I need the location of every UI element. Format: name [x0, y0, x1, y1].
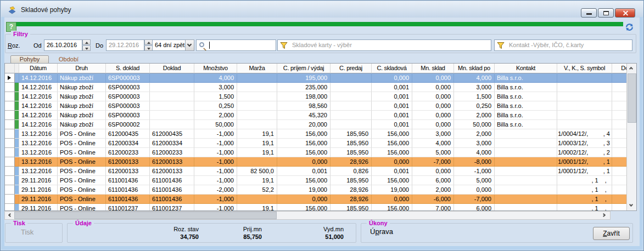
table-row[interactable]: 13.12.2016POS - Online612000435612000435… — [5, 129, 637, 139]
table-cell[interactable] — [150, 73, 194, 83]
table-cell[interactable]: 6,000 — [454, 204, 495, 211]
row-selector-cell[interactable] — [5, 129, 15, 139]
table-cell[interactable]: POS - Online — [58, 204, 106, 211]
table-cell[interactable]: 612000133 — [150, 157, 194, 167]
row-selector-cell[interactable] — [5, 83, 15, 92]
table-cell[interactable]: 1/0003/12/, , 3 — [557, 139, 612, 148]
table-cell[interactable]: Nákup zboží — [58, 101, 106, 111]
date-to-spinner[interactable] — [144, 39, 153, 51]
table-cell[interactable]: 28,926 — [331, 195, 372, 204]
scroll-right-button[interactable] — [601, 212, 610, 219]
table-cell[interactable]: 3,000 — [454, 83, 495, 92]
table-cell[interactable]: 6SP000003 — [106, 101, 150, 111]
table-cell[interactable]: 3,000 — [412, 129, 454, 139]
table-cell[interactable]: , 1 , — [557, 185, 612, 195]
table-cell[interactable]: 5,000 — [454, 176, 495, 185]
column-header[interactable]: Mn. sklad — [412, 64, 454, 73]
table-cell[interactable]: 195,000 — [277, 73, 331, 83]
table-cell[interactable]: POS - Online — [58, 148, 106, 157]
table-cell[interactable]: POS - Online — [58, 139, 106, 148]
table-cell[interactable]: 611001436 — [106, 195, 150, 204]
kontakt-filter-input[interactable]: Kontakt -Výběr, IČO, č.karty — [494, 39, 632, 51]
spin-up-icon[interactable] — [144, 39, 153, 45]
column-header[interactable]: Kontakt — [495, 64, 557, 73]
table-row[interactable]: 29.11.2016POS - Online611001436611001436… — [5, 176, 637, 185]
table-cell[interactable]: POS - Online — [58, 195, 106, 204]
table-cell[interactable]: , 1 , — [557, 195, 612, 204]
table-cell[interactable]: 0,000 — [454, 185, 495, 195]
roz-link[interactable]: Roz. — [8, 42, 20, 49]
table-cell[interactable] — [557, 111, 612, 120]
table-cell[interactable]: -1,000 — [194, 167, 237, 176]
table-cell[interactable]: 1,500 — [194, 92, 237, 101]
table-row[interactable]: 14.12.2016Nákup zboží6SP0000031,500198,0… — [5, 92, 637, 101]
table-cell[interactable] — [237, 92, 277, 101]
table-cell[interactable] — [495, 129, 557, 139]
date-from-spinner[interactable] — [82, 39, 91, 51]
table-cell[interactable] — [495, 139, 557, 148]
row-selector-cell[interactable] — [5, 167, 15, 176]
table-cell[interactable] — [557, 73, 612, 83]
table-cell[interactable]: 19,000 — [372, 185, 412, 195]
horizontal-scrollbar[interactable] — [4, 211, 611, 220]
column-header[interactable]: S. doklad — [106, 64, 150, 73]
row-selector-cell[interactable] — [5, 204, 15, 211]
table-cell[interactable]: 6SP000003 — [106, 73, 150, 83]
table-cell[interactable] — [150, 83, 194, 92]
table-cell[interactable]: 612000334 — [150, 139, 194, 148]
scroll-left-button[interactable] — [5, 212, 14, 219]
table-cell[interactable]: 612000435 — [106, 129, 150, 139]
table-cell[interactable]: 185,950 — [331, 204, 372, 211]
range-select[interactable]: 64 dní zpět — [152, 39, 186, 51]
minimize-button[interactable] — [581, 8, 597, 18]
table-cell[interactable]: 612000133 — [150, 167, 194, 176]
table-cell[interactable]: 13.12.2016 — [19, 148, 58, 157]
table-cell[interactable]: 0,000 — [277, 157, 331, 167]
row-selector-cell[interactable] — [5, 195, 15, 204]
table-cell[interactable]: 235,000 — [277, 83, 331, 92]
table-cell[interactable]: 0,000 — [372, 157, 412, 167]
table-cell[interactable]: 14.12.2016 — [19, 92, 58, 101]
table-cell[interactable] — [331, 111, 372, 120]
table-row[interactable]: 13.12.2016POS - Online612000334612000334… — [5, 139, 637, 148]
refresh-icon[interactable] — [625, 22, 634, 32]
row-selector-cell[interactable] — [5, 73, 15, 83]
table-cell[interactable]: 28,926 — [331, 157, 372, 167]
table-cell[interactable]: 6SP000003 — [106, 83, 150, 92]
table-cell[interactable]: 29.11.2016 — [19, 176, 58, 185]
column-header[interactable]: Dátum — [19, 64, 58, 73]
table-cell[interactable]: -1,000 — [194, 148, 237, 157]
table-cell[interactable]: -8,000 — [454, 157, 495, 167]
table-row[interactable]: 13.12.2016POS - Online612000133612000133… — [5, 157, 637, 167]
table-cell[interactable]: 0,000 — [412, 92, 454, 101]
table-cell[interactable] — [237, 83, 277, 92]
table-cell[interactable]: 13.12.2016 — [19, 157, 58, 167]
table-cell[interactable]: 6SP000003 — [106, 92, 150, 101]
table-cell[interactable] — [331, 92, 372, 101]
table-row[interactable]: 14.12.2016Nákup zboží6SP0000034,000195,0… — [5, 73, 637, 83]
column-header[interactable]: Druh — [58, 64, 106, 73]
vertical-scrollbar[interactable] — [626, 64, 636, 210]
table-cell[interactable]: , 1 , — [557, 204, 612, 211]
table-cell[interactable] — [495, 176, 557, 185]
scroll-down-button[interactable] — [627, 201, 637, 210]
table-cell[interactable]: 611001237 — [150, 204, 194, 211]
table-cell[interactable]: 29.11.2016 — [19, 195, 58, 204]
table-cell[interactable]: 156,000 — [372, 129, 412, 139]
table-cell[interactable]: 0,000 — [372, 73, 412, 83]
table-cell[interactable] — [150, 120, 194, 129]
table-cell[interactable]: 6,000 — [412, 176, 454, 185]
table-row[interactable]: 29.11.2016POS - Online611001436611001436… — [5, 195, 637, 204]
table-cell[interactable]: Billa s.r.o. — [495, 101, 557, 111]
column-header[interactable]: Marža — [237, 64, 277, 73]
column-header[interactable]: C. skladová — [372, 64, 412, 73]
table-cell[interactable]: 0,000 — [412, 101, 454, 111]
spin-down-icon[interactable] — [144, 45, 153, 51]
row-selector-cell[interactable] — [5, 176, 15, 185]
table-cell[interactable]: 156,000 — [277, 176, 331, 185]
table-cell[interactable]: 14.12.2016 — [19, 120, 58, 129]
table-row[interactable]: 14.12.2016Nákup zboží6SP0000032,00045,32… — [5, 111, 637, 120]
table-cell[interactable] — [557, 101, 612, 111]
table-cell[interactable]: 2,000 — [412, 185, 454, 195]
table-cell[interactable]: 611001436 — [106, 185, 150, 195]
